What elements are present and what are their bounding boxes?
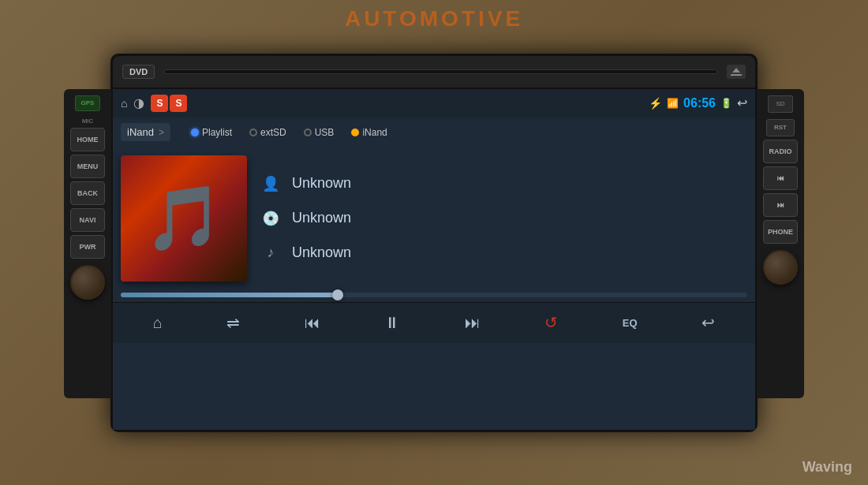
rst-button[interactable]: RST bbox=[766, 119, 795, 136]
volume-knob[interactable] bbox=[70, 265, 105, 300]
track-info: 👤 Unknown 💿 Unknown ♪ Unknown bbox=[259, 155, 747, 282]
eject-triangle bbox=[732, 68, 740, 73]
ss-badges: S S bbox=[151, 95, 187, 112]
dvd-label: DVD bbox=[122, 65, 155, 79]
shuffle-button[interactable]: ⇌ bbox=[220, 310, 246, 335]
tab-inand[interactable]: iNand bbox=[345, 125, 393, 140]
tab-playlist-label: Playlist bbox=[202, 127, 232, 138]
ss-badge-2[interactable]: S bbox=[170, 95, 187, 112]
repeat-button[interactable]: ↺ bbox=[538, 310, 564, 335]
album-row: 💿 Unknown bbox=[259, 207, 747, 230]
album-icon: 💿 bbox=[259, 207, 282, 230]
sd-slot[interactable]: SD bbox=[768, 95, 793, 113]
prev-button[interactable]: ⏮ bbox=[298, 311, 327, 335]
tab-playlist-dot bbox=[191, 129, 199, 136]
play-pause-button[interactable]: ⏸ bbox=[378, 311, 406, 335]
status-bar: ⌂ ◑ S S ⚡ 📶 06:56 🔋 ↩ bbox=[113, 89, 755, 118]
source-bar: iNand > Playlist extSD USB bbox=[113, 118, 755, 147]
eject-button[interactable] bbox=[727, 65, 746, 79]
back-ctrl-button[interactable]: ↩ bbox=[695, 310, 721, 335]
next-button[interactable]: ⏭ bbox=[458, 311, 487, 335]
watermark-bottom: Waving bbox=[803, 459, 852, 476]
tab-usb-dot bbox=[304, 129, 312, 136]
back-nav-icon[interactable]: ↩ bbox=[737, 95, 747, 110]
bluetooth-icon: ⚡ bbox=[649, 97, 662, 110]
folder-nav-text: iNand bbox=[127, 126, 154, 138]
status-right: ⚡ 📶 06:56 🔋 ↩ bbox=[649, 95, 747, 110]
folder-nav-arrow: > bbox=[159, 127, 164, 138]
eq-button[interactable]: EQ bbox=[616, 314, 644, 332]
title-row: ♪ Unknown bbox=[259, 241, 747, 265]
music-area: 🎵 👤 Unknown 💿 Unknown ♪ Unknown bbox=[113, 147, 755, 289]
time-display: 06:56 bbox=[683, 96, 716, 110]
screen: ⌂ ◑ S S ⚡ 📶 06:56 🔋 ↩ iNand > bbox=[113, 89, 755, 430]
tab-inand-label: iNand bbox=[362, 127, 387, 138]
progress-bar-fill bbox=[121, 293, 340, 297]
tab-usb[interactable]: USB bbox=[297, 125, 341, 140]
outer-background: AutoMotive GPS MIC HOME MENU BACK NAVI P… bbox=[0, 0, 868, 485]
back-button[interactable]: BACK bbox=[70, 181, 105, 205]
navi-button[interactable]: NAVI bbox=[70, 208, 105, 232]
wifi-icon: 📶 bbox=[667, 98, 679, 109]
radio-button[interactable]: RADIO bbox=[763, 140, 798, 163]
left-panel: GPS MIC HOME MENU BACK NAVI PWR bbox=[64, 89, 111, 398]
progress-area[interactable] bbox=[113, 289, 755, 302]
album-art-icon: 🎵 bbox=[121, 155, 247, 282]
phone-button[interactable]: PHONE bbox=[763, 220, 798, 244]
home-ctrl-button[interactable]: ⌂ bbox=[147, 311, 169, 335]
battery-icon: 🔋 bbox=[720, 98, 732, 109]
skip-next-button[interactable]: ⏭ bbox=[763, 193, 798, 217]
watermark-top: AutoMotive bbox=[0, 6, 868, 32]
artist-value: Unknown bbox=[292, 175, 351, 192]
eject-line bbox=[731, 74, 742, 76]
ss-badge-1[interactable]: S bbox=[151, 95, 168, 112]
progress-thumb bbox=[332, 289, 343, 300]
unit-frame: GPS MIC HOME MENU BACK NAVI PWR SD RST R… bbox=[110, 54, 758, 432]
dvd-slot bbox=[164, 69, 717, 74]
tuner-knob[interactable] bbox=[763, 250, 798, 285]
title-value: Unknown bbox=[292, 244, 351, 261]
artist-row: 👤 Unknown bbox=[259, 172, 747, 196]
home-button[interactable]: HOME bbox=[70, 128, 105, 151]
tab-extsd-label: extSD bbox=[260, 127, 286, 138]
pwr-button[interactable]: PWR bbox=[70, 235, 105, 259]
album-value: Unknown bbox=[292, 210, 351, 226]
home-icon[interactable]: ⌂ bbox=[121, 97, 127, 110]
top-strip: DVD bbox=[113, 56, 755, 89]
folder-nav[interactable]: iNand > bbox=[121, 123, 170, 141]
tab-extsd-dot bbox=[249, 129, 257, 136]
menu-button[interactable]: MENU bbox=[70, 155, 105, 178]
skip-prev-button[interactable]: ⏮ bbox=[763, 166, 798, 190]
gps-button[interactable]: GPS bbox=[75, 95, 100, 111]
right-panel: SD RST RADIO ⏮ ⏭ PHONE bbox=[757, 89, 804, 398]
artist-icon: 👤 bbox=[259, 172, 282, 196]
brightness-icon[interactable]: ◑ bbox=[133, 95, 144, 110]
tab-extsd[interactable]: extSD bbox=[243, 125, 293, 140]
source-tabs: Playlist extSD USB iNand bbox=[185, 125, 394, 140]
album-art: 🎵 bbox=[121, 155, 247, 282]
note-icon: ♪ bbox=[259, 241, 282, 265]
tab-inand-dot bbox=[351, 129, 359, 136]
mic-label: MIC bbox=[82, 118, 94, 125]
tab-playlist[interactable]: Playlist bbox=[185, 125, 238, 140]
tab-usb-label: USB bbox=[315, 127, 335, 138]
bottom-controls: ⌂ ⇌ ⏮ ⏸ ⏭ ↺ EQ ↩ bbox=[113, 302, 755, 343]
progress-bar-bg bbox=[121, 293, 747, 297]
